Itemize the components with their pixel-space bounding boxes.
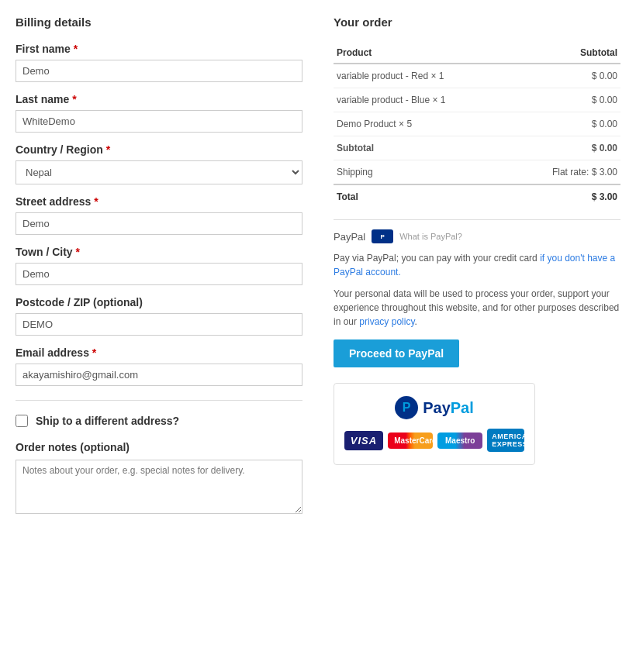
town-city-input[interactable] bbox=[16, 263, 302, 285]
credit-card-link[interactable]: if you don't have a PayPal account. bbox=[334, 253, 615, 277]
total-label: Total bbox=[334, 184, 510, 208]
postcode-label: Postcode / ZIP (optional) bbox=[16, 296, 302, 308]
paypal-p-icon: P bbox=[395, 396, 418, 419]
postcode-input[interactable] bbox=[16, 313, 302, 336]
personal-data-note: Your personal data will be used to proce… bbox=[334, 287, 620, 329]
last-name-input[interactable] bbox=[16, 110, 302, 133]
privacy-policy-link[interactable]: privacy policy bbox=[359, 316, 414, 327]
order-item-name: variable product - Blue × 1 bbox=[334, 88, 510, 112]
paypal-method-label: PayPal bbox=[334, 231, 365, 243]
town-required: * bbox=[76, 246, 80, 258]
country-select[interactable]: Nepal United States United Kingdom Austr… bbox=[16, 160, 302, 184]
email-label: Email address * bbox=[16, 346, 302, 359]
shipping-label: Shipping bbox=[334, 160, 510, 185]
order-notes-title: Order notes (optional) bbox=[16, 441, 302, 453]
email-required: * bbox=[92, 346, 96, 359]
order-notes-textarea[interactable] bbox=[16, 460, 302, 514]
paypal-card-box: P PayPal VISA MasterCard Maestro AMERICA… bbox=[334, 383, 535, 465]
paypal-description: Pay via PayPal; you can pay with your cr… bbox=[334, 251, 620, 279]
order-section-title: Your order bbox=[334, 16, 620, 29]
section-divider bbox=[16, 400, 302, 401]
order-item-subtotal: $ 0.00 bbox=[510, 64, 620, 88]
paypal-brand-text: PayPal bbox=[423, 399, 474, 417]
paypal-section: PayPal P What is PayPal? Pay via PayPal;… bbox=[334, 219, 620, 367]
ship-different-label: Ship to a different address? bbox=[36, 415, 179, 427]
first-name-input[interactable] bbox=[16, 60, 302, 82]
last-name-label: Last name * bbox=[16, 93, 302, 105]
town-city-label: Town / City * bbox=[16, 246, 302, 258]
subtotal-col-header: Subtotal bbox=[510, 43, 620, 64]
table-row: Demo Product × 5$ 0.00 bbox=[334, 112, 620, 136]
first-name-group: First name * bbox=[16, 43, 302, 82]
street-address-group: Street address * bbox=[16, 195, 302, 235]
email-input[interactable] bbox=[16, 364, 302, 386]
shipping-value: Flat rate: $ 3.00 bbox=[510, 160, 620, 185]
order-item-subtotal: $ 0.00 bbox=[510, 88, 620, 112]
amex-icon: AMERICAN EXPRESS bbox=[487, 429, 524, 452]
email-group: Email address * bbox=[16, 346, 302, 386]
proceed-to-paypal-button[interactable]: Proceed to PayPal bbox=[334, 339, 459, 367]
ship-different-row: Ship to a different address? bbox=[16, 415, 302, 427]
order-item-subtotal: $ 0.00 bbox=[510, 112, 620, 136]
country-group: Country / Region * Nepal United States U… bbox=[16, 143, 302, 184]
paypal-row: PayPal P What is PayPal? bbox=[334, 229, 620, 243]
payment-cards-row: VISA MasterCard Maestro AMERICAN EXPRESS bbox=[344, 429, 524, 452]
last-name-required: * bbox=[72, 93, 76, 105]
country-label: Country / Region * bbox=[16, 143, 302, 156]
product-col-header: Product bbox=[334, 43, 510, 64]
mastercard-icon: MasterCard bbox=[388, 432, 433, 449]
visa-card-icon: VISA bbox=[344, 431, 383, 450]
street-required: * bbox=[94, 195, 98, 208]
country-required: * bbox=[106, 143, 110, 156]
subtotal-value: $ 0.00 bbox=[510, 136, 620, 160]
town-city-group: Town / City * bbox=[16, 246, 302, 285]
order-table: Product Subtotal variable product - Red … bbox=[334, 43, 620, 208]
street-address-input[interactable] bbox=[16, 212, 302, 235]
table-row: variable product - Blue × 1$ 0.00 bbox=[334, 88, 620, 112]
what-is-paypal-link[interactable]: What is PayPal? bbox=[399, 232, 462, 241]
order-notes-group: Order notes (optional) bbox=[16, 441, 302, 516]
subtotal-label: Subtotal bbox=[334, 136, 510, 160]
maestro-icon: Maestro bbox=[437, 432, 482, 449]
order-item-name: variable product - Red × 1 bbox=[334, 64, 510, 88]
first-name-required: * bbox=[74, 43, 78, 55]
order-item-name: Demo Product × 5 bbox=[334, 112, 510, 136]
postcode-group: Postcode / ZIP (optional) bbox=[16, 296, 302, 336]
billing-section-title: Billing details bbox=[16, 16, 302, 29]
total-value: $ 3.00 bbox=[510, 184, 620, 208]
paypal-logo-icon: P bbox=[372, 229, 393, 243]
last-name-group: Last name * bbox=[16, 93, 302, 133]
ship-different-checkbox[interactable] bbox=[16, 415, 28, 427]
table-row: variable product - Red × 1$ 0.00 bbox=[334, 64, 620, 88]
paypal-brand: P PayPal bbox=[395, 396, 474, 419]
first-name-label: First name * bbox=[16, 43, 302, 55]
street-address-label: Street address * bbox=[16, 195, 302, 208]
